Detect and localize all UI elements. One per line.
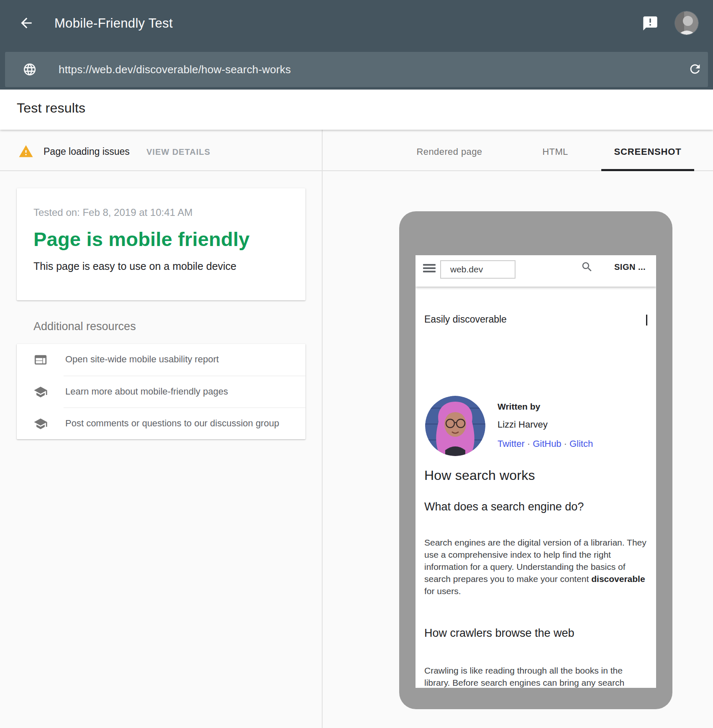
resource-learn-more[interactable]: Learn more about mobile-friendly pages: [17, 376, 305, 408]
section-body: Search engines are the digital version o…: [424, 536, 648, 597]
resource-usability-report[interactable]: Open site-wide mobile usability report: [17, 344, 305, 376]
section-heading: How crawlers browse the web: [424, 627, 575, 640]
truncated-element-bar: [646, 315, 647, 326]
feedback-button[interactable]: [642, 15, 659, 32]
page-title: Test results: [17, 100, 85, 116]
refresh-icon: [688, 62, 702, 76]
sign-in-label: SIGN ...: [614, 262, 646, 272]
author-avatar: [425, 396, 485, 456]
tab-rendered-page[interactable]: Rendered page: [417, 146, 482, 157]
refresh-button[interactable]: [688, 62, 702, 76]
panel-divider: [322, 130, 323, 728]
active-tab-underline: [601, 169, 694, 171]
resource-label: Open site-wide mobile usability report: [65, 354, 219, 365]
warning-label: Page loading issues: [44, 146, 130, 157]
mobile-friendly-test-app: Mobile-Friendly Test https://web.dev/dis…: [0, 0, 713, 728]
screenshot-site-header: web.dev SIGN ...: [415, 255, 656, 287]
phone-mockup: web.dev SIGN ... Easily discoverable: [399, 211, 672, 709]
webdev-logo-text: web.dev: [450, 264, 483, 274]
feedback-icon: [642, 15, 659, 32]
resource-label: Post comments or questions to our discus…: [65, 418, 279, 429]
search-icon: [581, 261, 593, 273]
author-name: Lizzi Harvey: [498, 419, 548, 430]
hamburger-menu-icon: [423, 264, 436, 275]
body-text: for users.: [424, 586, 461, 596]
section-body: Crawling is like reading through all the…: [424, 664, 648, 688]
tab-screenshot[interactable]: SCREENSHOT: [614, 146, 682, 157]
author-links: Twitter·GitHub·Glitch: [498, 438, 593, 449]
account-avatar[interactable]: [675, 11, 698, 35]
view-details-link[interactable]: VIEW DETAILS: [146, 147, 210, 157]
globe-icon: [23, 62, 37, 77]
article-title: How search works: [424, 468, 535, 483]
section-heading: What does a search engine do?: [424, 500, 584, 513]
school-icon: [33, 385, 48, 399]
verdict-description: This page is easy to use on a mobile dev…: [33, 260, 236, 272]
written-by-label: Written by: [498, 402, 540, 412]
arrow-back-icon: [18, 15, 34, 31]
github-link: GitHub: [533, 438, 561, 449]
resource-label: Learn more about mobile-friendly pages: [65, 386, 228, 397]
twitter-link: Twitter: [498, 438, 525, 449]
user-photo: [675, 11, 698, 35]
app-title: Mobile-Friendly Test: [54, 16, 173, 31]
breadcrumb: Easily discoverable: [424, 314, 507, 325]
app-bar: Mobile-Friendly Test https://web.dev/dis…: [0, 0, 713, 90]
resource-discussion-group[interactable]: Post comments or questions to our discus…: [17, 408, 305, 440]
page-screenshot: web.dev SIGN ... Easily discoverable: [415, 255, 656, 688]
results-header-band: Test results: [0, 90, 713, 130]
resources-heading: Additional resources: [33, 320, 136, 333]
back-button[interactable]: [18, 15, 34, 31]
tested-on-timestamp: Tested on: Feb 8, 2019 at 10:41 AM: [33, 207, 192, 218]
tab-html[interactable]: HTML: [542, 146, 568, 157]
glitch-link: Glitch: [569, 438, 593, 449]
result-card: Tested on: Feb 8, 2019 at 10:41 AM Page …: [17, 188, 305, 300]
warning-icon: [18, 144, 33, 159]
link-separator: ·: [525, 438, 533, 449]
webdev-logo-box: web.dev: [440, 260, 516, 279]
url-bar[interactable]: https://web.dev/discoverable/how-search-…: [5, 52, 708, 87]
body-text-bold: discoverable: [591, 574, 645, 584]
school-icon: [33, 417, 48, 431]
usability-report-icon: [33, 353, 48, 367]
url-text: https://web.dev/discoverable/how-search-…: [59, 52, 291, 87]
link-separator: ·: [562, 438, 569, 449]
verdict-heading: Page is mobile friendly: [33, 228, 250, 251]
resources-card: Open site-wide mobile usability report L…: [17, 344, 305, 439]
